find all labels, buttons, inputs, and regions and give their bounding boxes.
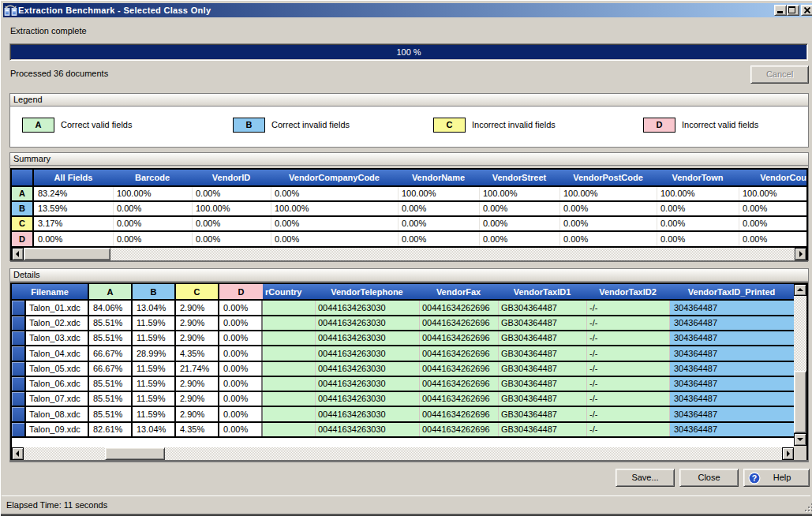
svg-text:?: ? xyxy=(752,473,757,483)
